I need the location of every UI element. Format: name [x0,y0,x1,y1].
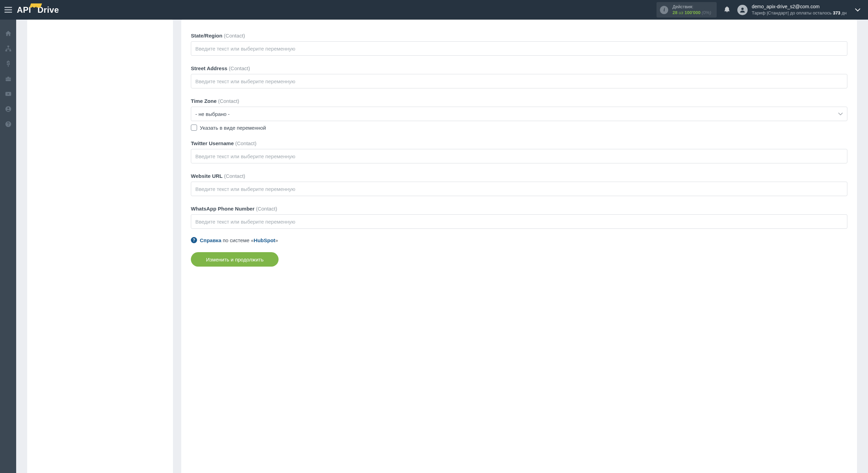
dollar-icon [5,60,12,67]
user-dropdown-toggle[interactable] [851,4,864,16]
help-link-row: ? Справка по системе «HubSpot» [191,237,847,243]
input-whatsapp-phone[interactable] [191,214,847,229]
chevron-down-icon [855,8,860,12]
input-twitter-username[interactable] [191,149,847,163]
hamburger-icon [4,7,12,13]
top-header: APIXDrive i Действия: 28 из 100'000 (0%)… [0,0,868,20]
sidebar-item-briefcase[interactable] [0,71,16,86]
sidebar-item-help[interactable] [0,117,16,132]
sidebar-item-account[interactable] [0,101,16,117]
label-street-address: Street Address (Contact) [191,65,847,71]
question-icon: ? [191,237,197,243]
avatar [737,5,748,15]
sitemap-icon [5,45,12,52]
input-state-region[interactable] [191,41,847,56]
user-tariff: Тариф |Стандарт| до оплаты осталось 373 … [752,10,847,16]
bell-icon [724,6,730,13]
svg-rect-6 [9,50,11,51]
svg-point-3 [741,8,744,10]
checkbox-box [191,125,197,131]
actions-label: Действия: [672,4,711,10]
chevron-down-icon [838,112,843,115]
submit-button[interactable]: Изменить и продолжить [191,252,279,267]
info-icon: i [660,6,668,14]
menu-toggle[interactable] [0,0,16,20]
youtube-icon [5,90,12,97]
input-website-url[interactable] [191,182,847,196]
label-whatsapp-phone: WhatsApp Phone Number (Contact) [191,206,847,212]
label-twitter-username: Twitter Username (Contact) [191,140,847,146]
svg-rect-7 [6,78,11,81]
checkbox-label: Указать в виде переменной [200,125,266,131]
label-website-url: Website URL (Contact) [191,173,847,179]
logo[interactable]: APIXDrive [17,5,59,15]
left-panel [27,20,173,473]
user-email: demo_apix-drive_s2@com.com [752,3,847,10]
svg-point-10 [7,107,9,109]
actions-count: 28 [672,10,677,15]
checkbox-time-zone-variable[interactable]: Указать в виде переменной [191,125,847,131]
logo-api: API [17,5,31,15]
sidebar-item-connections[interactable] [0,41,16,56]
svg-rect-4 [7,46,9,47]
user-menu[interactable]: demo_apix-drive_s2@com.com Тариф |Станда… [737,3,847,16]
svg-rect-5 [5,50,7,51]
help-hubspot[interactable]: HubSpot [254,237,275,243]
notifications-button[interactable] [724,6,730,14]
select-time-zone[interactable]: - не выбрано - [191,107,847,121]
user-icon [739,7,746,13]
label-time-zone: Time Zone (Contact) [191,98,847,104]
actions-counter[interactable]: i Действия: 28 из 100'000 (0%) [657,2,717,18]
select-time-zone-value: - не выбрано - [195,111,230,117]
actions-pct: (0%) [702,10,711,15]
svg-rect-1 [4,9,12,10]
actions-iz: из [679,10,683,15]
briefcase-icon [5,75,12,82]
sidebar-item-home[interactable] [0,26,16,41]
help-link[interactable]: Справка [200,237,221,243]
svg-rect-0 [4,7,12,8]
main-panel: State/Region (Contact) Street Address (C… [181,20,857,473]
sidebar-item-youtube[interactable] [0,86,16,101]
help-icon [5,121,12,128]
sidebar [0,20,16,473]
logo-x: X [32,5,37,15]
label-state-region: State/Region (Contact) [191,33,847,39]
home-icon [5,30,12,37]
account-icon [5,106,12,112]
input-street-address[interactable] [191,74,847,88]
sidebar-item-billing[interactable] [0,56,16,71]
svg-rect-2 [4,12,12,13]
actions-total: 100'000 [684,10,700,15]
